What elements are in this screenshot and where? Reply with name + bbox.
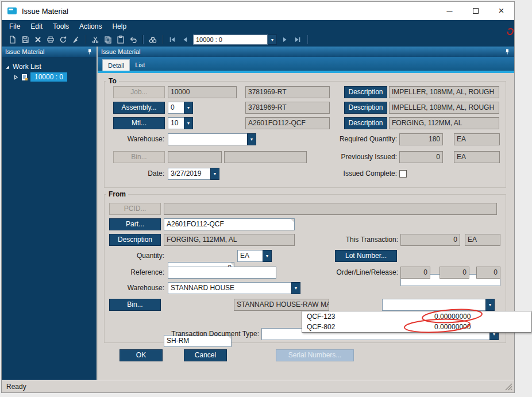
- assembly-combo[interactable]: 0 ▼: [168, 102, 193, 114]
- toolbar-separator: [162, 35, 163, 44]
- part-description-button[interactable]: Description: [109, 234, 161, 246]
- lot-option-name: QCF-123: [302, 313, 335, 321]
- ok-button[interactable]: OK: [119, 349, 163, 361]
- mtl-button[interactable]: Mtl...: [113, 117, 165, 129]
- toolbar-separator: [142, 35, 144, 44]
- pcid-button[interactable]: PCID...: [109, 203, 161, 215]
- undo-button[interactable]: [127, 33, 140, 46]
- chevron-down-icon[interactable]: ▼: [184, 117, 193, 129]
- order-field: 0: [400, 267, 430, 279]
- chevron-down-icon[interactable]: ▼: [291, 282, 300, 294]
- menu-file[interactable]: File: [4, 20, 25, 33]
- reference-field[interactable]: [168, 267, 276, 279]
- paste-button[interactable]: [114, 33, 127, 46]
- save-button[interactable]: [19, 33, 32, 46]
- collapsed-arrow-icon[interactable]: [13, 74, 19, 80]
- status-text: Ready: [6, 383, 26, 391]
- lot-bin-combo[interactable]: ▼: [382, 299, 495, 311]
- chevron-down-icon[interactable]: ▼: [485, 299, 495, 311]
- cut-icon: [91, 35, 100, 44]
- part-field[interactable]: A2601FO112-QCF: [164, 218, 295, 230]
- main-panel-title: Issue Material: [101, 48, 140, 55]
- toolbar: 10000 : 0 ▼: [2, 33, 514, 47]
- chevron-down-icon[interactable]: ▼: [184, 102, 193, 114]
- menu-edit[interactable]: Edit: [25, 20, 48, 33]
- delete-icon: [33, 35, 43, 44]
- tree-node-worklist[interactable]: Work List: [4, 61, 94, 72]
- tab-detail[interactable]: Detail: [102, 59, 130, 71]
- copy-icon: [103, 35, 113, 44]
- sidebar-title: Issue Material: [5, 48, 44, 55]
- tab-list[interactable]: List: [130, 59, 150, 71]
- tree-node-record[interactable]: 10000 : 0: [4, 72, 94, 82]
- issued-complete-checkbox[interactable]: [399, 170, 407, 178]
- print-icon: [46, 35, 55, 44]
- lot-number-button[interactable]: Lot Number...: [335, 250, 397, 262]
- lot-option[interactable]: QCF-123 0.00000000: [302, 311, 531, 322]
- date-picker[interactable]: 3/27/2019 ▼: [168, 168, 219, 180]
- chevron-down-icon[interactable]: ▼: [268, 34, 277, 45]
- chevron-down-icon[interactable]: ▼: [263, 250, 272, 262]
- job-description-button[interactable]: Description: [344, 86, 387, 98]
- mtl-combo[interactable]: 10 ▼: [168, 117, 193, 129]
- serial-numbers-button[interactable]: Serial Numbers...: [276, 349, 354, 361]
- cancel-button[interactable]: Cancel: [184, 349, 227, 361]
- search-button[interactable]: [147, 33, 159, 46]
- to-warehouse-value[interactable]: [168, 133, 247, 145]
- record-navigator-combo[interactable]: 10000 : 0 ▼: [193, 34, 277, 45]
- copy-button[interactable]: [102, 33, 114, 46]
- refresh-button[interactable]: [57, 33, 70, 46]
- lot-bin-value[interactable]: [382, 299, 485, 311]
- toolbar-separator: [85, 35, 86, 44]
- close-button[interactable]: ×: [488, 2, 514, 20]
- part-button[interactable]: Part...: [109, 218, 161, 230]
- date-value[interactable]: 3/27/2019: [168, 168, 210, 180]
- assembly-value[interactable]: 0: [168, 102, 184, 114]
- mtl-value[interactable]: 10: [168, 117, 184, 129]
- next-record-button[interactable]: [279, 33, 291, 46]
- menu-tools[interactable]: Tools: [48, 20, 74, 33]
- resize-grip[interactable]: [504, 383, 512, 391]
- pin-icon[interactable]: [86, 48, 93, 55]
- to-bin-description-field: [224, 151, 307, 163]
- undo-icon: [129, 35, 138, 44]
- menu-actions[interactable]: Actions: [74, 20, 107, 33]
- toolbar-separator: [307, 35, 308, 44]
- chevron-down-icon[interactable]: ▼: [247, 133, 256, 145]
- assembly-button[interactable]: Assembly...: [113, 102, 165, 114]
- new-button[interactable]: [6, 33, 19, 46]
- minimize-button[interactable]: ─: [437, 2, 462, 20]
- lot-option[interactable]: QCF-802 0.00000000: [302, 322, 531, 332]
- clear-button[interactable]: [70, 33, 82, 46]
- assembly-rev-field: 3781969-RT: [245, 102, 330, 114]
- this-transaction-label: This Transaction:: [314, 234, 398, 246]
- maximize-button[interactable]: [462, 2, 488, 20]
- delete-button[interactable]: [32, 33, 44, 46]
- to-group-label: To: [106, 77, 119, 85]
- from-warehouse-combo[interactable]: STANNARD HOUSE ▼: [168, 282, 300, 294]
- order-line-release-label: Order/Line/Release:: [314, 267, 398, 279]
- expanded-arrow-icon[interactable]: [4, 64, 10, 70]
- print-button[interactable]: [44, 33, 57, 46]
- job-number-field[interactable]: 10000: [168, 86, 237, 98]
- refresh-icon: [59, 35, 68, 44]
- quantity-uom-value[interactable]: EA: [237, 250, 263, 262]
- cut-button[interactable]: [89, 33, 102, 46]
- quantity-uom-combo[interactable]: EA ▼: [237, 250, 272, 262]
- mtl-description-button[interactable]: Description: [344, 117, 387, 129]
- job-button[interactable]: Job...: [113, 86, 165, 98]
- pcid-field: [164, 203, 497, 215]
- previous-record-button[interactable]: [179, 33, 191, 46]
- last-record-button[interactable]: [291, 33, 304, 46]
- pin-icon[interactable]: [504, 48, 511, 55]
- quantity-label: Quantity:: [118, 250, 164, 262]
- first-record-button[interactable]: [166, 33, 179, 46]
- to-bin-button[interactable]: Bin...: [113, 151, 165, 163]
- to-warehouse-combo[interactable]: ▼: [168, 133, 256, 145]
- from-warehouse-value[interactable]: STANNARD HOUSE: [168, 282, 291, 294]
- from-bin-button[interactable]: Bin...: [109, 299, 161, 311]
- chevron-down-icon[interactable]: ▼: [210, 168, 219, 180]
- assembly-description-button[interactable]: Description: [344, 102, 387, 114]
- menu-help[interactable]: Help: [107, 20, 132, 33]
- from-bin-description-field: STANNARD HOUSE-RAW MA: [234, 299, 329, 311]
